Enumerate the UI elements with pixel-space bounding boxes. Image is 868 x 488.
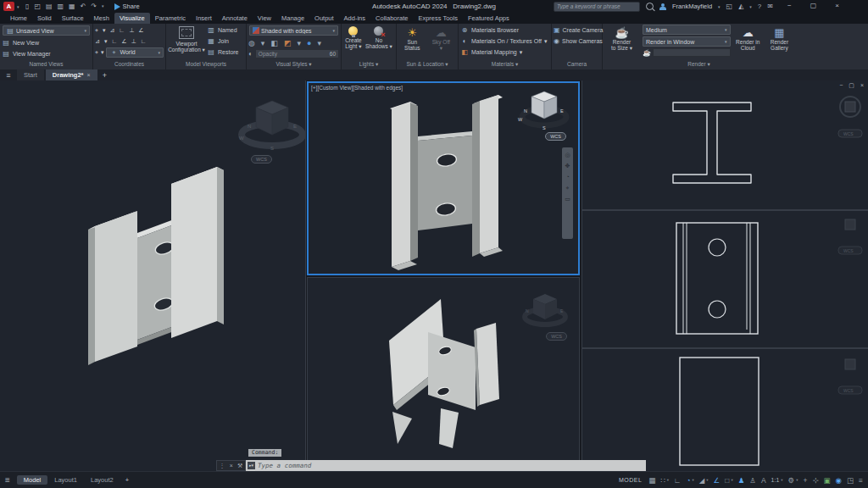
workspace-switching-icon[interactable]: ⚙	[788, 475, 795, 485]
help-icon[interactable]: ?	[758, 3, 761, 10]
render-quality-dropdown[interactable]: Medium▾	[643, 25, 731, 35]
ucs-y-icon[interactable]: ∟	[141, 38, 147, 44]
tab-annotate[interactable]: Annotate	[217, 13, 253, 24]
object-snap-icon[interactable]: □	[725, 475, 729, 485]
tab-view[interactable]: View	[253, 13, 276, 24]
tab-model[interactable]: Model	[17, 475, 47, 485]
create-camera-button[interactable]: ▣ Create Camera	[554, 25, 600, 36]
render-to-size-button[interactable]: ☕ Render to Size ▾	[604, 25, 639, 59]
tab-collaborate[interactable]: Collaborate	[370, 13, 413, 24]
autodesk-access-icon[interactable]: ◭	[738, 3, 743, 10]
plot-icon[interactable]: ▦	[69, 2, 75, 11]
no-shadows-button[interactable]: No Shadows ▾	[365, 25, 392, 59]
material-mapping-button[interactable]: ◧ Material Mapping ▾	[460, 47, 549, 58]
tab-insert[interactable]: Insert	[191, 13, 217, 24]
materials-browser-button[interactable]: ⊗ Materials Browser	[460, 25, 549, 36]
viewcube-2d-top[interactable]: WCS	[836, 94, 865, 143]
tab-start[interactable]: Start	[17, 69, 44, 80]
full-navigation-wheel-icon[interactable]: ◎	[565, 152, 570, 158]
tab-layout1[interactable]: Layout1	[47, 475, 84, 485]
ucs-origin-icon[interactable]: ⊿	[95, 38, 100, 45]
doc-close-icon[interactable]: ×	[860, 82, 864, 89]
viewport-side-wireframe[interactable]: WCS	[581, 210, 868, 348]
visual-style-dropdown[interactable]: Shaded with edges ▾	[249, 25, 338, 36]
close-drawing-icon[interactable]: ×	[87, 69, 91, 80]
panel-label-sun-location[interactable]: Sun & Location ▾	[397, 60, 458, 69]
search-icon[interactable]	[646, 3, 654, 10]
panel-label-named-views[interactable]: Named Views	[0, 60, 92, 69]
ucs-object-icon[interactable]: ∠	[138, 27, 143, 34]
tab-parametric[interactable]: Parametric	[150, 13, 191, 24]
viewport-configuration-button[interactable]: Viewport Configuration ▾	[168, 25, 205, 59]
user-avatar-icon[interactable]	[659, 3, 666, 10]
app-logo-icon[interactable]: A	[3, 2, 14, 11]
opacity-toggle-icon[interactable]: ◐	[248, 50, 253, 58]
viewport-left-iso[interactable]: N E S W WCS	[0, 80, 306, 471]
tab-addins[interactable]: Add-ins	[339, 13, 370, 24]
viewcube-2d-bot[interactable]: WCS	[836, 356, 865, 400]
ucs-dropdown[interactable]: ⌖ World ▾	[106, 47, 164, 58]
app-store-icon[interactable]: ◱	[726, 3, 733, 10]
viewport-bottom-iso[interactable]: N E WCS	[307, 277, 580, 471]
showmotion-icon[interactable]: ▭	[565, 196, 570, 202]
xray-icon[interactable]: ◧	[270, 39, 278, 47]
edge-effects-icon[interactable]: ◩	[284, 39, 292, 47]
panel-label-model-viewports[interactable]: Model Viewports	[166, 60, 246, 69]
sky-off-button[interactable]: ☁ Sky Off ▾	[432, 25, 450, 59]
restore-button[interactable]: ▢	[810, 2, 817, 9]
viewcube-2d-mid[interactable]: WCS	[836, 216, 865, 260]
tab-solid[interactable]: Solid	[32, 13, 57, 24]
panel-label-coordinates[interactable]: Coordinates	[93, 60, 165, 69]
shadow-sphere-icon[interactable]: ●	[307, 39, 311, 47]
tab-surface[interactable]: Surface	[57, 13, 89, 24]
named-viewports-button[interactable]: ▥ Named	[207, 25, 244, 36]
zoom-icon[interactable]: ◔	[565, 174, 569, 180]
render-target-dropdown[interactable]: Render in Window▾	[643, 36, 731, 47]
materials-textures-button[interactable]: ◐ Materials On / Textures Off ▾	[460, 36, 549, 47]
polar-tracking-icon[interactable]: ◔	[686, 475, 690, 485]
doc-restore-icon[interactable]: ▢	[849, 82, 854, 89]
ucs-previous-icon[interactable]: ∟	[119, 27, 125, 33]
share-button[interactable]: Share	[114, 2, 140, 11]
autoscale-icon[interactable]: ♙	[749, 475, 756, 485]
command-close-icon[interactable]: ×	[230, 463, 233, 469]
command-customize-icon[interactable]: ⚒	[237, 463, 242, 469]
user-menu-caret-icon[interactable]: ▾	[718, 4, 721, 9]
units-icon[interactable]: ⊹	[812, 475, 818, 485]
tab-featured-apps[interactable]: Featured Apps	[463, 13, 515, 24]
create-light-button[interactable]: Create Light ▾	[345, 25, 362, 59]
grid-toggle-icon[interactable]: ▦	[648, 475, 655, 485]
viewcube-left[interactable]: N E S W	[236, 91, 306, 155]
pan-icon[interactable]: ✥	[565, 163, 570, 169]
doc-minimize-icon[interactable]: −	[839, 82, 843, 89]
render-in-cloud-button[interactable]: ☁ Render in Cloud	[734, 25, 762, 59]
feedback-icon[interactable]: ✉	[767, 3, 773, 10]
panel-label-visual-styles[interactable]: Visual Styles ▾	[247, 60, 341, 69]
help-search-input[interactable]	[554, 2, 640, 12]
annotation-visibility-icon[interactable]: ♟	[738, 475, 745, 485]
ucs-face-icon[interactable]: ⊥	[129, 27, 134, 34]
new-file-icon[interactable]: ▯	[25, 2, 29, 11]
wcs-dropdown-active[interactable]: WCS	[545, 132, 566, 141]
isometric-drafting-icon[interactable]: ◢	[699, 475, 705, 485]
autodesk-caret-icon[interactable]: ▾	[749, 4, 752, 9]
panel-label-materials[interactable]: Materials ▾	[459, 60, 551, 69]
opacity-slider[interactable]: Opacity 60	[255, 49, 339, 58]
command-input[interactable]: ▸▾ Type a command	[246, 460, 646, 471]
file-tabs-menu-icon[interactable]: ≡	[0, 71, 17, 80]
fullscreen-menu-icon[interactable]: ≡	[859, 475, 863, 485]
restore-viewports-button[interactable]: ▤ Restore	[207, 47, 244, 58]
graphics-performance-icon[interactable]: ▣	[824, 475, 831, 485]
tab-layout2[interactable]: Layout2	[84, 475, 120, 485]
view-manager-button[interactable]: ▤ View Manager	[2, 48, 91, 59]
tab-home[interactable]: Home	[5, 13, 32, 24]
signed-in-user[interactable]: FrankMayfield	[672, 3, 712, 10]
tab-drawing2[interactable]: Drawing2* ×	[46, 69, 97, 80]
command-grip-icon[interactable]: ⋮	[220, 463, 225, 469]
save-icon[interactable]: ▤	[46, 2, 53, 11]
face-style-icon[interactable]: ◍	[248, 39, 255, 47]
redo-icon[interactable]: ↷	[91, 2, 97, 11]
render-gallery-button[interactable]: ▦ Render Gallery	[765, 25, 793, 59]
tab-mesh[interactable]: Mesh	[89, 13, 114, 24]
open-file-icon[interactable]: ◰	[34, 2, 41, 11]
